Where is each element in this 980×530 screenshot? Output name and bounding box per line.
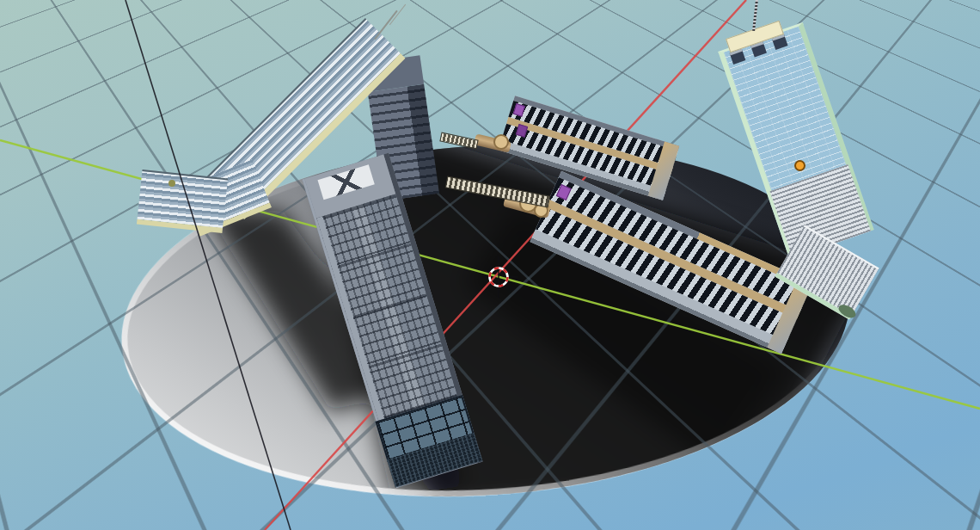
3d-viewport[interactable]	[0, 0, 980, 530]
3d-cursor[interactable]	[0, 0, 980, 530]
